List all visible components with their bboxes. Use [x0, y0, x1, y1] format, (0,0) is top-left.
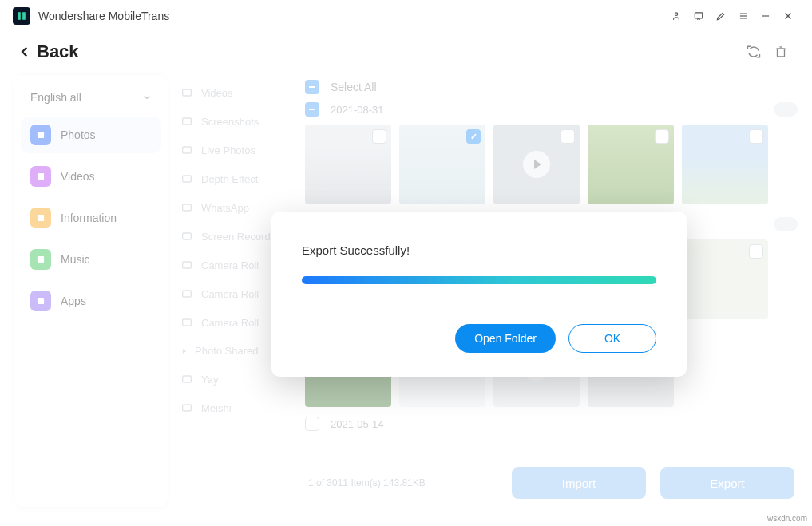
svg-rect-1 [22, 12, 26, 20]
nav-label: Information [61, 212, 117, 224]
date-group-3[interactable]: 2021-05-14 [305, 413, 798, 439]
folder-icon [180, 316, 193, 329]
folder-icon [180, 172, 193, 185]
svg-rect-25 [183, 291, 192, 297]
svg-rect-15 [38, 215, 44, 221]
folder-icon [180, 86, 193, 99]
folder-icon [180, 230, 193, 243]
svg-rect-10 [778, 49, 785, 57]
edit-icon[interactable] [710, 5, 732, 27]
thumbnail[interactable] [399, 125, 485, 204]
titlebar: Wondershare MobileTrans [0, 0, 812, 32]
select-all-label: Select All [331, 81, 377, 93]
sidebar-item-videos[interactable]: Videos [21, 158, 161, 195]
sidebar-item-music[interactable]: Music [21, 241, 161, 278]
svg-rect-14 [38, 173, 44, 180]
minimize-button[interactable] [755, 5, 777, 27]
refresh-icon[interactable] [740, 38, 767, 65]
feedback-icon[interactable] [687, 5, 710, 27]
thumb-checkbox[interactable] [466, 129, 481, 144]
chevron-down-icon [142, 93, 152, 102]
thumb-checkbox[interactable] [749, 244, 763, 259]
status-text: 1 of 3011 Item(s),143.81KB [308, 477, 426, 488]
select-all-row[interactable]: Select All [305, 75, 798, 99]
user-icon[interactable] [665, 5, 687, 27]
back-bar: Back [0, 32, 812, 75]
album-dropdown[interactable]: English all [21, 85, 161, 110]
nav-label: Apps [61, 295, 86, 307]
open-folder-button[interactable]: Open Folder [455, 324, 556, 353]
back-button[interactable]: Back [18, 42, 79, 62]
category-sidebar: English all PhotosVideosInformationMusic… [14, 75, 168, 507]
category-icon [30, 125, 51, 145]
sidebar-item-apps[interactable]: Apps [21, 283, 161, 319]
svg-rect-16 [38, 256, 44, 263]
svg-rect-3 [695, 13, 702, 18]
folder-icon [180, 259, 193, 271]
shared-item[interactable]: Meishi [174, 394, 299, 422]
date2-checkbox[interactable] [305, 417, 319, 431]
dropdown-label: English all [30, 91, 81, 104]
modal-buttons: Open Folder OK [302, 324, 656, 353]
app-title: Wondershare MobileTrans [38, 10, 169, 22]
import-button[interactable]: Import [512, 467, 646, 499]
trash-icon[interactable] [767, 38, 794, 65]
subcategory-item[interactable]: Screenshots [174, 107, 299, 136]
play-icon [523, 151, 550, 178]
thumbnail[interactable] [493, 125, 580, 204]
select-all-checkbox[interactable] [305, 80, 319, 94]
svg-rect-22 [183, 204, 192, 211]
thumbnail-grid-1 [305, 125, 798, 204]
thumb-checkbox[interactable] [372, 129, 386, 144]
nav-label: Music [61, 253, 90, 266]
progress-bar [302, 276, 656, 284]
category-icon [30, 249, 51, 270]
thumbnail[interactable] [682, 239, 768, 319]
nav-label: Photos [61, 129, 96, 141]
menu-icon[interactable] [732, 5, 755, 27]
svg-rect-23 [183, 233, 192, 239]
subcategory-item[interactable]: Depth Effect [174, 164, 299, 193]
date1-checkbox[interactable] [305, 102, 319, 117]
sidebar-item-information[interactable]: Information [21, 200, 161, 236]
sidebar-item-photos[interactable]: Photos [21, 117, 161, 153]
modal-message: Export Successfully! [302, 243, 656, 257]
export-success-modal: Export Successfully! Open Folder OK [271, 212, 687, 377]
svg-rect-21 [183, 176, 192, 182]
date2-count-badge [774, 217, 798, 231]
svg-rect-13 [38, 132, 44, 138]
nav-label: Videos [61, 170, 95, 183]
folder-icon [180, 115, 193, 128]
ok-button[interactable]: OK [568, 324, 656, 353]
thumb-checkbox[interactable] [560, 129, 575, 144]
folder-icon [180, 144, 193, 156]
svg-rect-19 [183, 118, 192, 125]
thumbnail[interactable] [305, 125, 391, 204]
watermark: wsxdn.com [767, 514, 807, 523]
folder-icon [180, 373, 193, 386]
svg-rect-24 [183, 262, 192, 268]
date1-label: 2021-08-31 [331, 104, 384, 116]
back-label: Back [37, 42, 79, 62]
thumbnail[interactable] [682, 125, 768, 204]
folder-icon [180, 287, 193, 300]
thumb-checkbox[interactable] [749, 129, 763, 144]
category-icon [30, 291, 51, 311]
svg-rect-29 [183, 405, 192, 411]
thumbnail[interactable] [588, 125, 674, 204]
export-button[interactable]: Export [660, 467, 794, 499]
close-button[interactable] [777, 5, 799, 27]
svg-rect-26 [183, 319, 192, 326]
subcategory-item[interactable]: Videos [174, 78, 299, 107]
svg-point-2 [675, 13, 678, 15]
svg-rect-0 [18, 12, 21, 20]
footer-bar: 1 of 3011 Item(s),143.81KB Import Export [305, 459, 798, 507]
thumb-checkbox[interactable] [655, 129, 669, 144]
date-group-1[interactable]: 2021-08-31 [305, 99, 798, 125]
subcategory-item[interactable]: Live Photos [174, 136, 299, 164]
app-logo [13, 7, 30, 25]
category-icon [30, 208, 51, 228]
svg-rect-17 [38, 298, 44, 304]
svg-rect-28 [183, 376, 192, 382]
svg-rect-20 [183, 147, 192, 153]
